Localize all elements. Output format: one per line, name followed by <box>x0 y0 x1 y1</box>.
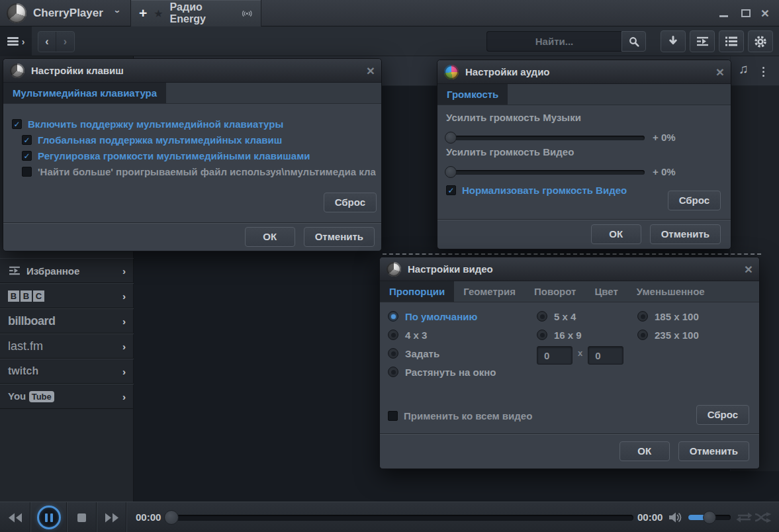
previous-track-button[interactable] <box>0 502 30 532</box>
dialog-titlebar[interactable]: Настройки видео × <box>380 257 759 281</box>
radio-row-custom[interactable]: Задать <box>388 344 496 363</box>
sidebar-item-youtube[interactable]: You Tube › <box>0 384 134 409</box>
more-options-icon[interactable] <box>762 65 764 79</box>
dialog-body: ✓ Включить поддержку мультимедийной клав… <box>12 116 376 179</box>
video-volume-slider[interactable] <box>446 170 645 175</box>
app-menu-chevron-down-icon[interactable]: › <box>113 5 124 19</box>
pause-button[interactable] <box>31 502 67 532</box>
volume-slider-thumb[interactable] <box>703 511 716 524</box>
ok-button[interactable]: ОК <box>591 224 641 244</box>
seek-slider[interactable] <box>167 515 633 521</box>
radio-row-stretch[interactable]: Растянуть на окно <box>388 363 496 381</box>
dialog-close-icon[interactable]: × <box>745 263 753 276</box>
video-volume-value: + 0% <box>653 166 676 177</box>
checkbox-row[interactable]: ✓ Регулировка громкости мультимедийными … <box>22 148 376 163</box>
media-tab[interactable]: + ★ Радио Energy <box>130 0 261 26</box>
download-button[interactable] <box>661 30 686 52</box>
height-input[interactable] <box>588 346 623 365</box>
favorite-star-icon[interactable]: ★ <box>154 7 163 20</box>
maximize-button[interactable] <box>737 7 755 20</box>
checkbox-unchecked[interactable] <box>22 167 32 177</box>
tab-volume[interactable]: Громкость <box>437 84 508 105</box>
music-volume-thumb[interactable] <box>445 132 457 144</box>
ok-button[interactable]: ОК <box>619 441 670 461</box>
radio-unselected[interactable] <box>637 311 648 322</box>
stop-button[interactable] <box>68 502 97 532</box>
tab-geometry[interactable]: Геометрия <box>454 281 525 302</box>
next-track-button[interactable] <box>97 502 126 532</box>
sidebar-item-twitch[interactable]: twitch › <box>0 359 134 384</box>
playlist-toggle-button[interactable] <box>690 30 715 52</box>
repeat-button[interactable] <box>736 512 753 525</box>
radio-unselected[interactable] <box>388 367 398 377</box>
search-input[interactable] <box>486 31 621 52</box>
settings-button[interactable] <box>748 30 773 52</box>
reset-button[interactable]: Сброс <box>324 193 377 212</box>
cancel-button[interactable]: Отменить <box>304 227 375 247</box>
sidebar-item-lastfm[interactable]: last.fm › <box>0 333 134 359</box>
list-view-button[interactable] <box>719 30 744 52</box>
app-title: CherryPlayer <box>33 0 103 26</box>
dialog-tabs: Громкость <box>437 84 731 105</box>
radio-unselected[interactable] <box>537 330 547 340</box>
music-volume-label: Усилить громкость Музыки <box>446 112 581 123</box>
checkbox-checked[interactable]: ✓ <box>22 135 32 145</box>
radio-row-default[interactable]: По умолчанию <box>388 307 496 326</box>
back-button[interactable]: ‹ <box>38 32 56 52</box>
pause-icon <box>37 506 61 529</box>
seek-slider-thumb[interactable] <box>164 510 179 525</box>
dialog-close-icon[interactable]: × <box>716 66 724 79</box>
tab-rotation[interactable]: Поворот <box>525 281 585 302</box>
sidebar-item-billboard[interactable]: billboard › <box>0 308 134 333</box>
cancel-button[interactable]: Отменить <box>678 441 749 461</box>
radio-unselected[interactable] <box>537 311 547 322</box>
tab-proportions[interactable]: Пропорции <box>380 281 454 302</box>
checkbox-checked[interactable]: ✓ <box>22 151 32 161</box>
dialog-close-icon[interactable]: × <box>367 64 375 77</box>
tab-multimedia-keyboard[interactable]: Мультимедийная клавиатура <box>3 83 166 103</box>
player-bar: 00:00 00:00 <box>0 502 779 532</box>
checkbox-checked[interactable]: ✓ <box>12 119 22 129</box>
dialog-titlebar[interactable]: Настройки клавиш × <box>3 59 381 83</box>
radio-unselected[interactable] <box>637 330 648 340</box>
radio-unselected[interactable] <box>388 348 398 359</box>
ok-button[interactable]: ОК <box>245 227 295 247</box>
checkbox-unchecked[interactable] <box>388 411 398 421</box>
volume-icon[interactable] <box>668 511 683 526</box>
sidebar-item-bbc[interactable]: BBC › <box>0 283 134 308</box>
music-note-icon[interactable]: ♫ <box>739 62 749 77</box>
checkbox-checked[interactable]: ✓ <box>446 185 456 195</box>
cancel-button[interactable]: Отменить <box>650 224 721 244</box>
dialog-titlebar[interactable]: Настройки аудио × <box>437 60 731 84</box>
search-icon <box>629 36 639 47</box>
reset-button[interactable]: Сброс <box>696 405 749 425</box>
sidebar-item-favorites[interactable]: Избранное › <box>0 258 134 283</box>
forward-button[interactable]: › <box>56 32 74 52</box>
radio-unselected[interactable] <box>388 330 398 340</box>
music-volume-slider[interactable] <box>446 136 645 140</box>
tab-color[interactable]: Цвет <box>585 281 627 302</box>
app-logo-icon <box>7 3 26 23</box>
radio-row-185x100[interactable]: 185 x 100 <box>637 307 699 326</box>
radio-row-5x4[interactable]: 5 x 4 <box>537 307 623 326</box>
apply-all-checkbox-row[interactable]: Применить ко всем видео <box>388 408 532 423</box>
radio-row-16x9[interactable]: 16 x 9 <box>537 326 623 344</box>
checkbox-row[interactable]: ✓ Глобальная поддержка мультимедийных кл… <box>22 132 376 148</box>
minimize-button[interactable] <box>716 7 731 20</box>
radio-label: Растянуть на окно <box>405 367 496 378</box>
video-volume-thumb[interactable] <box>445 166 457 178</box>
checkbox-row[interactable]: 'Найти больше' проигрываемый файл исполь… <box>22 163 376 179</box>
search-button[interactable] <box>621 31 646 52</box>
radio-row-4x3[interactable]: 4 x 3 <box>388 326 496 344</box>
reset-button[interactable]: Сброс <box>668 191 721 210</box>
new-tab-button[interactable]: + <box>139 1 147 26</box>
radio-selected[interactable] <box>388 311 398 322</box>
radio-row-235x100[interactable]: 235 x 100 <box>637 326 699 344</box>
width-input[interactable] <box>537 346 573 365</box>
tab-thumbnail[interactable]: Уменьшенное <box>627 281 714 302</box>
checkbox-row[interactable]: ✓ Включить поддержку мультимедийной клав… <box>12 116 376 132</box>
window-close-button[interactable]: × <box>757 7 773 20</box>
sidebar-menu-button[interactable]: › <box>0 26 32 56</box>
normalize-checkbox-row[interactable]: ✓ Нормализовать громкость Видео <box>446 182 627 198</box>
shuffle-button[interactable] <box>755 512 772 525</box>
